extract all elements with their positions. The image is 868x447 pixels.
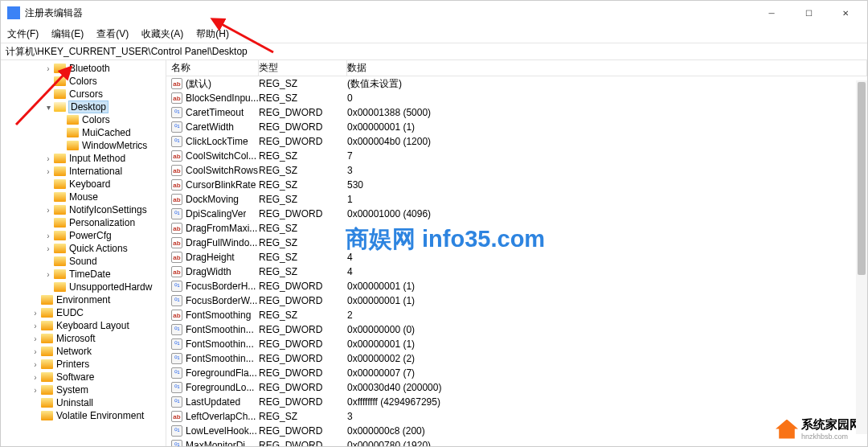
value-row[interactable]: FocusBorderW...REG_DWORD0x00000001 (1) xyxy=(166,293,867,308)
chevron-right-icon[interactable]: › xyxy=(30,386,41,395)
tree-item[interactable]: ▾Desktop xyxy=(1,100,166,113)
tree-item[interactable]: ›Keyboard Layout xyxy=(1,319,166,332)
dword-value-icon xyxy=(171,425,182,437)
value-data: 0x00000001 (1) xyxy=(347,281,867,292)
value-type: REG_DWORD xyxy=(259,295,347,306)
value-name: LowLevelHook... xyxy=(186,425,257,437)
value-row[interactable]: CoolSwitchRowsREG_SZ3 xyxy=(166,163,867,178)
tree-item[interactable]: ›PowerCfg xyxy=(1,229,166,242)
tree-item[interactable]: Colors xyxy=(1,75,166,88)
chevron-right-icon[interactable]: › xyxy=(43,232,54,240)
chevron-right-icon[interactable]: › xyxy=(30,360,41,369)
value-row[interactable]: CaretTimeoutREG_DWORD0x00001388 (5000) xyxy=(166,105,867,120)
tree-item[interactable]: Cursors xyxy=(1,88,166,100)
value-row[interactable]: DragFullWindo...REG_SZ xyxy=(166,236,867,250)
value-name: FontSmoothin... xyxy=(186,324,254,335)
value-row[interactable]: BlockSendInpu...REG_SZ0 xyxy=(166,91,867,105)
chevron-right-icon[interactable]: › xyxy=(43,206,54,215)
chevron-right-icon[interactable]: › xyxy=(30,322,41,330)
menu-view[interactable]: 查看(V) xyxy=(93,26,132,43)
folder-icon xyxy=(41,398,53,408)
value-row[interactable]: ClickLockTimeREG_DWORD0x000004b0 (1200) xyxy=(166,134,867,149)
tree-item[interactable]: Uninstall xyxy=(1,396,166,409)
value-type: REG_SZ xyxy=(259,223,347,234)
chevron-right-icon[interactable]: › xyxy=(30,309,41,318)
value-row[interactable]: CursorBlinkRateREG_SZ530 xyxy=(166,178,867,192)
chevron-right-icon[interactable]: › xyxy=(43,167,54,176)
tree-item[interactable]: ›Microsoft xyxy=(1,332,166,345)
menu-file[interactable]: 文件(F) xyxy=(4,26,42,43)
value-row[interactable]: LeftOverlapCh...REG_SZ3 xyxy=(166,409,867,424)
value-row[interactable]: (默认)REG_SZ(数值未设置) xyxy=(166,76,867,91)
menu-fav[interactable]: 收藏夹(A) xyxy=(138,26,186,43)
folder-icon xyxy=(54,244,66,253)
registry-tree[interactable]: ›BluetoothColorsCursors▾DesktopColorsMui… xyxy=(1,60,166,446)
value-row[interactable]: MaxMonitorDi...REG_DWORD0x00000780 (1920… xyxy=(166,438,867,446)
tree-item[interactable]: ›NotifyIconSettings xyxy=(1,203,166,216)
value-row[interactable]: FontSmoothin...REG_DWORD0x00000001 (1) xyxy=(166,337,867,351)
chevron-right-icon[interactable]: › xyxy=(30,373,41,382)
value-row[interactable]: DragFromMaxi...REG_SZ xyxy=(166,221,867,236)
col-name-header[interactable]: 名称 xyxy=(166,60,259,76)
value-row[interactable]: DragWidthREG_SZ4 xyxy=(166,265,867,279)
value-row[interactable]: FontSmoothin...REG_DWORD0x00000000 (0) xyxy=(166,322,867,337)
value-type: REG_DWORD xyxy=(259,324,347,335)
value-name: FontSmoothin... xyxy=(186,353,254,364)
value-row[interactable]: CaretWidthREG_DWORD0x00000001 (1) xyxy=(166,120,867,134)
chevron-down-icon[interactable]: ▾ xyxy=(43,103,54,112)
value-list[interactable]: 名称 类型 数据 (默认)REG_SZ(数值未设置)BlockSendInpu.… xyxy=(166,60,867,446)
value-row[interactable]: DpiScalingVerREG_DWORD0x00001000 (4096) xyxy=(166,207,867,221)
tree-item[interactable]: WindowMetrics xyxy=(1,139,166,152)
minimize-button[interactable]: ─ xyxy=(753,1,790,25)
chevron-right-icon[interactable]: › xyxy=(43,244,54,253)
col-data-header[interactable]: 数据 xyxy=(347,60,867,76)
value-row[interactable]: DragHeightREG_SZ4 xyxy=(166,250,867,265)
tree-item[interactable]: Personalization xyxy=(1,216,166,229)
close-button[interactable]: ✕ xyxy=(827,1,864,25)
scrollbar-vertical[interactable] xyxy=(856,80,867,434)
value-name: DragFullWindo... xyxy=(186,237,257,248)
tree-item[interactable]: Mouse xyxy=(1,191,166,203)
tree-item[interactable]: ›System xyxy=(1,383,166,396)
scroll-thumb[interactable] xyxy=(858,82,866,275)
tree-item[interactable]: Volatile Environment xyxy=(1,409,166,422)
tree-item[interactable]: ›EUDC xyxy=(1,306,166,319)
chevron-right-icon[interactable]: › xyxy=(43,154,54,163)
chevron-right-icon[interactable]: › xyxy=(30,334,41,343)
menu-help[interactable]: 帮助(H) xyxy=(193,26,232,43)
menu-edit[interactable]: 编辑(E) xyxy=(48,26,87,43)
value-type: REG_SZ xyxy=(259,411,347,422)
tree-item[interactable]: ›Software xyxy=(1,371,166,383)
value-row[interactable]: FontSmoothin...REG_DWORD0x00000002 (2) xyxy=(166,351,867,366)
tree-item[interactable]: ›Network xyxy=(1,345,166,358)
regedit-window: 注册表编辑器 ─ ☐ ✕ 文件(F) 编辑(E) 查看(V) 收藏夹(A) 帮助… xyxy=(0,0,868,447)
value-row[interactable]: LastUpdatedREG_DWORD0xffffffff (42949672… xyxy=(166,395,867,409)
value-row[interactable]: FocusBorderH...REG_DWORD0x00000001 (1) xyxy=(166,279,867,293)
chevron-right-icon[interactable]: › xyxy=(43,64,54,73)
tree-item[interactable]: ›TimeDate xyxy=(1,268,166,281)
chevron-right-icon[interactable]: › xyxy=(30,347,41,356)
address-bar[interactable]: 计算机\HKEY_CURRENT_USER\Control Panel\Desk… xyxy=(1,43,867,60)
value-row[interactable]: ForegroundFla...REG_DWORD0x00000007 (7) xyxy=(166,366,867,380)
tree-item[interactable]: ›Printers xyxy=(1,358,166,371)
tree-item[interactable]: ›Quick Actions xyxy=(1,242,166,255)
tree-item[interactable]: ›Bluetooth xyxy=(1,62,166,75)
col-type-header[interactable]: 类型 xyxy=(259,60,347,76)
string-value-icon xyxy=(171,165,182,176)
tree-item[interactable]: MuiCached xyxy=(1,126,166,139)
value-row[interactable]: LowLevelHook...REG_DWORD0x000000c8 (200) xyxy=(166,424,867,438)
chevron-right-icon[interactable]: › xyxy=(43,270,54,279)
tree-item[interactable]: Keyboard xyxy=(1,178,166,191)
value-row[interactable]: DockMovingREG_SZ1 xyxy=(166,192,867,207)
value-row[interactable]: ForegroundLo...REG_DWORD0x00030d40 (2000… xyxy=(166,380,867,395)
tree-item[interactable]: Sound xyxy=(1,255,166,268)
tree-item[interactable]: ›Input Method xyxy=(1,152,166,165)
tree-item[interactable]: Environment xyxy=(1,293,166,306)
value-row[interactable]: FontSmoothingREG_SZ2 xyxy=(166,308,867,322)
tree-item[interactable]: ›International xyxy=(1,165,166,178)
tree-item[interactable]: Colors xyxy=(1,113,166,126)
maximize-button[interactable]: ☐ xyxy=(790,1,827,25)
value-name: ClickLockTime xyxy=(186,136,248,147)
value-row[interactable]: CoolSwitchCol...REG_SZ7 xyxy=(166,149,867,163)
tree-item[interactable]: UnsupportedHardw xyxy=(1,281,166,293)
